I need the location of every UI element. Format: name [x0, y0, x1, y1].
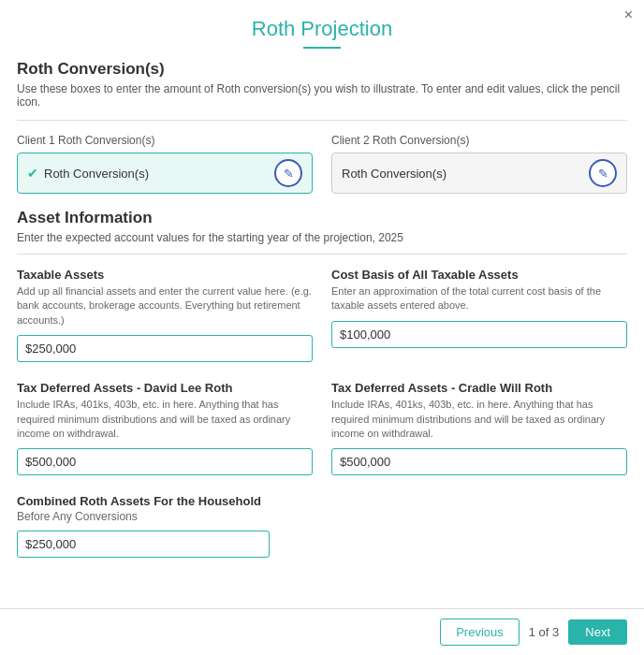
client1-item-label: ✔ Roth Conversion(s) — [27, 166, 149, 181]
modal-container: × Roth Projection Roth Conversion(s) Use… — [0, 0, 644, 655]
cost-basis-block: Cost Basis of All Taxable Assets Enter a… — [331, 268, 627, 362]
combined-roth-block: Combined Roth Assets For the Household B… — [17, 494, 627, 558]
taxable-assets-block: Taxable Assets Add up all financial asse… — [17, 268, 313, 362]
tax-deferred-client1-desc: Include IRAs, 401ks, 403b, etc. in here.… — [17, 398, 313, 441]
client1-conversion-item: ✔ Roth Conversion(s) ✎ — [17, 153, 313, 194]
tax-deferred-client1-title: Tax Deferred Assets - David Lee Roth — [17, 381, 313, 395]
asset-grid: Taxable Assets Add up all financial asse… — [17, 268, 627, 494]
previous-button[interactable]: Previous — [440, 619, 520, 646]
tax-deferred-client2-title: Tax Deferred Assets - Cradle Will Roth — [331, 381, 627, 395]
tax-deferred-client1-input[interactable] — [17, 448, 313, 475]
roth-conversions-section: Roth Conversion(s) Use these boxes to en… — [17, 60, 627, 194]
client1-label: Client 1 Roth Conversion(s) — [17, 134, 313, 147]
title-divider — [303, 47, 341, 49]
next-button[interactable]: Next — [568, 619, 627, 645]
scroll-area: Roth Conversion(s) Use these boxes to en… — [0, 60, 644, 608]
client2-label: Client 2 Roth Conversion(s) — [331, 134, 627, 147]
tax-deferred-client2-block: Tax Deferred Assets - Cradle Will Roth I… — [331, 381, 627, 475]
check-icon: ✔ — [27, 166, 38, 181]
asset-information-section: Asset Information Enter the expected acc… — [17, 209, 627, 558]
conversion-row: Client 1 Roth Conversion(s) ✔ Roth Conve… — [17, 134, 627, 194]
roth-section-desc: Use these boxes to enter the amount of R… — [17, 82, 627, 109]
footer: Previous 1 of 3 Next — [0, 608, 644, 655]
modal-title: Roth Projection — [0, 0, 644, 47]
taxable-assets-desc: Add up all financial assets and enter th… — [17, 284, 313, 328]
taxable-assets-title: Taxable Assets — [17, 268, 313, 282]
asset-section-desc: Enter the expected account values for th… — [17, 231, 627, 244]
cost-basis-desc: Enter an approximation of the total curr… — [331, 284, 627, 313]
roth-divider — [17, 120, 627, 121]
tax-deferred-client2-desc: Include IRAs, 401ks, 403b, etc. in here.… — [331, 398, 627, 441]
combined-roth-input[interactable] — [17, 531, 270, 558]
client2-conversion-item: Roth Conversion(s) ✎ — [331, 153, 627, 194]
client2-edit-button[interactable]: ✎ — [589, 159, 617, 187]
client1-edit-button[interactable]: ✎ — [274, 159, 302, 187]
client2-col: Client 2 Roth Conversion(s) Roth Convers… — [331, 134, 627, 194]
asset-divider — [17, 254, 627, 255]
cost-basis-input[interactable] — [331, 321, 627, 348]
close-button[interactable]: × — [624, 7, 633, 22]
asset-section-title: Asset Information — [17, 209, 627, 227]
client2-item-label: Roth Conversion(s) — [342, 167, 446, 181]
combined-roth-sub: Before Any Conversions — [17, 510, 627, 523]
tax-deferred-client1-block: Tax Deferred Assets - David Lee Roth Inc… — [17, 381, 313, 475]
taxable-assets-input[interactable] — [17, 335, 313, 362]
client1-col: Client 1 Roth Conversion(s) ✔ Roth Conve… — [17, 134, 313, 194]
pencil-icon-client2: ✎ — [598, 167, 608, 181]
roth-section-title: Roth Conversion(s) — [17, 60, 627, 79]
tax-deferred-client2-input[interactable] — [331, 448, 627, 475]
pencil-icon-client1: ✎ — [284, 167, 294, 181]
page-info: 1 of 3 — [529, 625, 560, 639]
combined-roth-title: Combined Roth Assets For the Household — [17, 494, 627, 508]
cost-basis-title: Cost Basis of All Taxable Assets — [331, 268, 627, 282]
